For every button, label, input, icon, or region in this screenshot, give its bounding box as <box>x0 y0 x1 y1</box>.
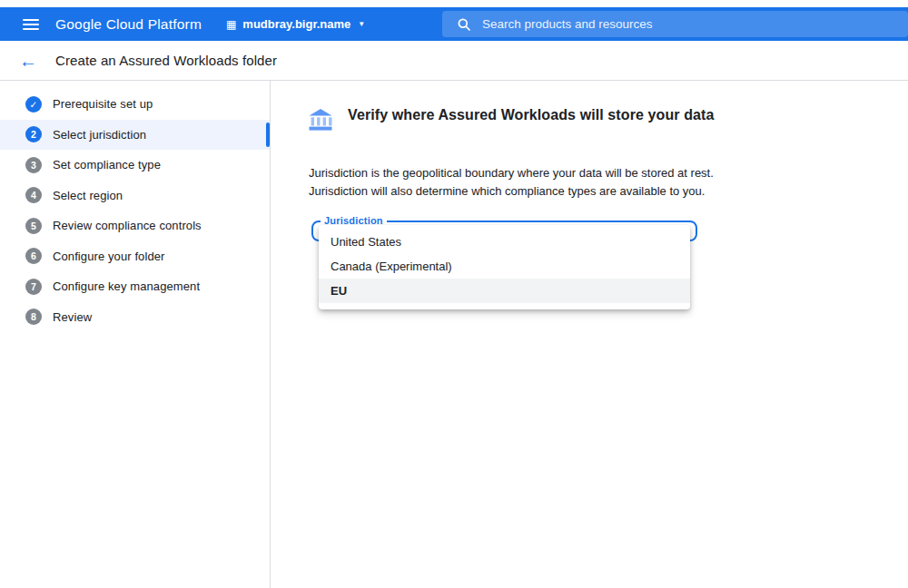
back-arrow-icon[interactable]: ← <box>19 52 37 70</box>
organization-icon: ▦ <box>226 19 236 30</box>
step-header: Verify where Assured Workloads will stor… <box>309 106 714 131</box>
stepper-item-configure-your-folder[interactable]: 6 Configure your folder <box>0 241 270 272</box>
chevron-down-icon: ▼ <box>358 20 365 28</box>
option-eu[interactable]: EU <box>319 279 690 303</box>
stepper-sidebar: ✓ Prerequisite set up 2 Select jurisdict… <box>0 81 271 588</box>
stepper-item-review[interactable]: 8 Review <box>0 302 270 333</box>
search-bar[interactable] <box>442 11 908 37</box>
step-heading: Verify where Assured Workloads will stor… <box>348 104 714 125</box>
step-number-badge: 5 <box>25 218 42 234</box>
step-label: Configure your folder <box>53 250 165 263</box>
step-label: Review compliance controls <box>53 219 202 232</box>
step-number-badge: 6 <box>25 248 42 264</box>
step-number-badge: 7 <box>25 279 42 295</box>
step-number-badge: 8 <box>25 309 42 325</box>
step-label: Select region <box>53 189 123 202</box>
stepper-item-select-jurisdiction[interactable]: 2 Select jurisdiction <box>0 120 270 151</box>
stepper-item-set-compliance-type[interactable]: 3 Set compliance type <box>0 150 270 181</box>
menu-icon[interactable] <box>23 16 39 33</box>
bank-icon <box>309 109 332 131</box>
stepper-item-configure-key-management[interactable]: 7 Configure key management <box>0 271 270 302</box>
option-united-states[interactable]: United States <box>319 230 690 254</box>
app-header: Google Cloud Platform ▦ mudbray.bigr.nam… <box>0 7 908 41</box>
step-description: Jurisdiction is the geopolitical boundar… <box>309 164 728 200</box>
stepper-item-prerequisite-set-up[interactable]: ✓ Prerequisite set up <box>0 89 270 120</box>
step-label: Select jurisdiction <box>53 128 146 142</box>
option-canada-experimental[interactable]: Canada (Experimental) <box>319 254 690 279</box>
search-icon <box>458 18 470 31</box>
stepper-item-review-compliance-controls[interactable]: 5 Review compliance controls <box>0 211 270 241</box>
step-label: Set compliance type <box>53 158 161 172</box>
step-number-badge: 3 <box>25 157 42 173</box>
page-titlebar: ← Create an Assured Workloads folder <box>0 41 908 81</box>
step-label: Configure key management <box>53 279 200 293</box>
project-selector[interactable]: ▦ mudbray.bigr.name ▼ <box>226 17 365 31</box>
stepper-item-select-region[interactable]: 4 Select region <box>0 181 270 211</box>
step-number-badge: 4 <box>25 187 42 203</box>
jurisdiction-dropdown-menu: United States Canada (Experimental) EU <box>319 225 690 309</box>
page-title: Create an Assured Workloads folder <box>55 53 277 68</box>
product-logo[interactable]: Google Cloud Platform <box>55 16 202 33</box>
step-complete-check-icon: ✓ <box>25 96 42 113</box>
step-label: Review <box>53 310 92 324</box>
step-label: Prerequisite set up <box>53 97 153 111</box>
main-panel: Verify where Assured Workloads will stor… <box>271 81 908 588</box>
step-number-badge: 2 <box>25 126 42 142</box>
project-name: mudbray.bigr.name <box>242 17 350 31</box>
search-input[interactable] <box>482 17 864 31</box>
screen: Google Cloud Platform ▦ mudbray.bigr.nam… <box>0 0 908 588</box>
